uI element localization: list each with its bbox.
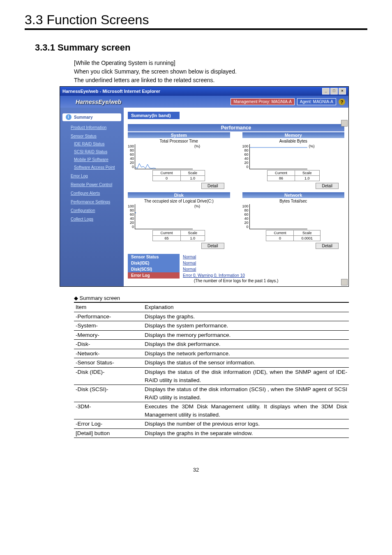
status-key: Disk(IDE): [128, 260, 180, 266]
detail-button-memory[interactable]: Detail: [316, 183, 339, 189]
cell-item: -Sensor Status-: [74, 358, 143, 368]
sidebar-item-ide-raid[interactable]: IDE RAID Status: [60, 140, 124, 148]
y-tick: 80: [130, 148, 134, 152]
sidebar-item-configuration[interactable]: Configuration: [60, 207, 124, 214]
chart-memory: Memory Available Bytes 100 80 60 40 20 0: [242, 132, 345, 191]
chart-network: Network Bytes Total/sec 100 80 60 40 20 …: [242, 192, 345, 251]
cell-item: -Performance-: [74, 312, 143, 321]
cell-item: -Network-: [74, 349, 143, 358]
y-tick: 80: [130, 208, 134, 212]
status-link[interactable]: Error 0, Warning 0, Information 10: [180, 272, 344, 279]
detail-button-system[interactable]: Detail: [201, 183, 224, 189]
app-header: HarnessEye/web Management Proxy: MAGNIA-…: [60, 96, 348, 108]
agent-label: Agent: MAGNIA-A: [297, 98, 336, 105]
sidebar-item-software-ap[interactable]: Software Access Point: [60, 164, 124, 171]
cell-exp: Displays the status of the disk informat…: [143, 367, 349, 385]
chart-head: System: [128, 132, 230, 138]
y-tick: 100: [242, 144, 249, 148]
scroll-up-button[interactable]: [341, 120, 348, 127]
y-tick: 100: [128, 204, 134, 208]
sidebar-item-scsi-raid[interactable]: SCSI RAID Status: [60, 148, 124, 156]
status-row: Disk(SCSI)Normal: [128, 266, 344, 272]
val-current: 65: [153, 236, 180, 241]
detail-button-network[interactable]: Detail: [316, 243, 339, 249]
close-button[interactable]: ×: [339, 88, 346, 94]
sidebar-item-product-info[interactable]: Product Information: [60, 124, 124, 131]
y-tick: 0: [132, 165, 134, 169]
val-current: 86: [267, 176, 295, 181]
th-current: Current: [266, 230, 294, 236]
expl-heading: ◆ Summary screen: [74, 295, 367, 301]
chart-sub: Total Processor Time: [128, 138, 230, 144]
svg-point-0: [135, 212, 136, 213]
y-axis: 100 80 60 40 20 0: [128, 144, 135, 169]
sidebar-item-configure-alerts[interactable]: Configure Alerts: [60, 189, 124, 197]
sidebar-item-error-log[interactable]: Error Log: [60, 172, 124, 180]
table-row: -Performance-Displays the graphs.: [74, 312, 349, 321]
cell-exp: Displays the status of the disk informat…: [143, 385, 349, 402]
status-link[interactable]: Normal: [180, 266, 344, 272]
browser-window: HarnessEye/web - Microsoft Internet Expl…: [60, 86, 349, 287]
cell-exp: Displays the memory performance.: [143, 330, 349, 340]
status-key: Sensor Status: [128, 254, 180, 260]
performance-title: Performance: [128, 124, 344, 131]
sidebar-item-summary[interactable]: Summary: [62, 113, 121, 121]
proxy-label: Management Proxy: MAGNIA-A: [231, 98, 295, 105]
pct-label: (%): [194, 204, 200, 229]
cell-exp: Displays the graphs.: [143, 312, 349, 321]
minimize-button[interactable]: _: [322, 88, 330, 94]
y-tick: 0: [132, 225, 134, 229]
sidebar-item-sensor-status[interactable]: Sensor Status: [60, 132, 124, 140]
charts-row: System Total Processor Time 100 80 60 40…: [128, 132, 344, 191]
y-tick: 40: [130, 216, 134, 221]
sidebar-item-remote-power[interactable]: Remote Power Control: [60, 181, 124, 189]
th-item: Item: [74, 302, 143, 312]
y-tick: 80: [244, 148, 249, 152]
th-current: Current: [153, 230, 180, 236]
chart-summary-table: CurrentScale 861.0: [267, 170, 320, 181]
status-key: Disk(SCSI): [128, 266, 180, 272]
help-button[interactable]: ?: [339, 99, 345, 105]
y-tick: 20: [130, 161, 134, 165]
lead-line: [While the Operating System is running]: [74, 59, 367, 67]
sidebar-item-perf-settings[interactable]: Performance Settings: [60, 198, 124, 206]
window-titlebar: HarnessEye/web - Microsoft Internet Expl…: [60, 87, 348, 96]
detail-button-disk[interactable]: Detail: [201, 243, 224, 249]
y-tick: 20: [244, 161, 249, 165]
scroll-down-button[interactable]: [341, 279, 348, 286]
sidebar-item-collect-logs[interactable]: Collect Logs: [60, 215, 124, 223]
y-axis: 100 80 60 40 20 0: [128, 204, 135, 229]
status-link[interactable]: Normal: [180, 254, 344, 260]
maximize-button[interactable]: □: [330, 88, 338, 94]
chart-summary-table: CurrentScale 651.0: [152, 230, 205, 241]
y-tick: 0: [247, 225, 249, 229]
info-icon: [66, 114, 71, 120]
th-scale: Scale: [180, 170, 205, 176]
cell-item: -Disk (IDE)-: [74, 367, 143, 385]
explanation-table: Item Explanation -Performance-Displays t…: [74, 302, 349, 438]
pct-label: (%): [194, 144, 200, 169]
y-tick: 60: [130, 212, 134, 216]
y-tick: 40: [244, 157, 249, 161]
th-scale: Scale: [180, 230, 205, 236]
page-number: 32: [25, 467, 367, 473]
chart-summary-table: CurrentScale 00.0001: [266, 230, 321, 241]
cell-exp: Executes the 3DM Disk Management utility…: [143, 402, 349, 419]
status-table: Sensor StatusNormal Disk(IDE)Normal Disk…: [128, 254, 344, 279]
table-row: -Memory-Displays the memory performance.: [74, 330, 349, 340]
plot-area: [249, 144, 307, 169]
val-current: 0: [153, 176, 180, 181]
status-link[interactable]: Normal: [180, 260, 344, 266]
chart-sub: Bytes Total/sec: [242, 198, 345, 204]
cell-exp: Displays the network performance.: [143, 349, 349, 358]
table-row: -Disk (SCSI)-Displays the status of the …: [74, 385, 349, 402]
sidebar-item-mobile-ip[interactable]: Mobile IP Software: [60, 156, 124, 164]
status-key: Error Log: [128, 272, 180, 279]
y-axis: 100 80 60 40 20 0: [242, 204, 249, 229]
y-tick: 60: [244, 152, 249, 157]
header-right: Management Proxy: MAGNIA-A Agent: MAGNIA…: [231, 98, 345, 105]
val-scale: 1.0: [180, 176, 205, 181]
chart-sub: The occupied size of Logical Drive(C:): [128, 198, 230, 204]
window-title: HarnessEye/web - Microsoft Internet Expl…: [62, 89, 160, 94]
inband-title: Summary(In band): [128, 112, 180, 119]
